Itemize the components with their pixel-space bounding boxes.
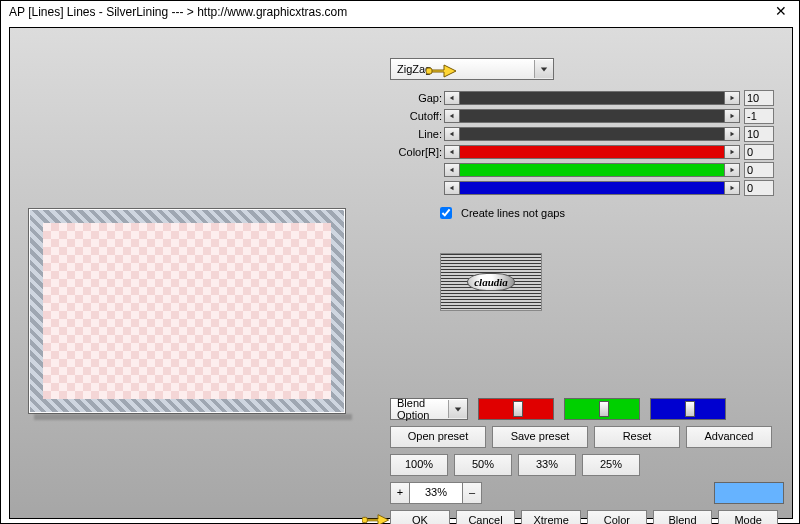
arrow-left-icon[interactable] [444,127,460,141]
arrow-left-icon[interactable] [444,145,460,159]
cutoff-label: Cutoff: [390,110,442,122]
svg-marker-14 [455,407,461,411]
color-r-label: Color[R]: [390,146,442,158]
svg-marker-13 [731,186,735,191]
save-preset-button[interactable]: Save preset [492,426,588,448]
arrow-left-icon[interactable] [444,181,460,195]
zoom-25-button[interactable]: 25% [582,454,640,476]
svg-marker-9 [731,150,735,155]
zoom-plus-button[interactable]: + [390,482,410,504]
svg-marker-0 [541,67,547,71]
window-title: AP [Lines] Lines - SilverLining --- > ht… [9,5,767,19]
branding-logo: claudia [440,253,542,311]
arrow-left-icon[interactable] [444,163,460,177]
blend-button[interactable]: Blend [653,510,713,524]
color-b-value[interactable]: 0 [744,180,774,196]
svg-marker-5 [731,114,735,119]
arrow-left-icon[interactable] [444,91,460,105]
arrow-right-icon[interactable] [724,109,740,123]
color-r-slider[interactable] [444,145,740,159]
color-button[interactable]: Color [587,510,647,524]
svg-marker-10 [450,168,454,173]
gap-label: Gap: [390,92,442,104]
close-button[interactable]: ✕ [767,3,795,21]
line-slider[interactable] [444,127,740,141]
open-preset-button[interactable]: Open preset [390,426,486,448]
branding-text: claudia [467,273,515,291]
color-g-slider[interactable] [444,163,740,177]
line-value[interactable]: 10 [744,126,774,142]
chevron-down-icon [534,60,553,78]
line-label: Line: [390,128,442,140]
color-b-slider[interactable] [444,181,740,195]
svg-marker-12 [450,186,454,191]
cutoff-slider[interactable] [444,109,740,123]
color-swatch[interactable] [714,482,784,504]
arrow-right-icon[interactable] [724,91,740,105]
gap-slider[interactable] [444,91,740,105]
arrow-left-icon[interactable] [444,109,460,123]
color-g-value[interactable]: 0 [744,162,774,178]
tint-b-slider[interactable] [650,398,726,420]
zoom-stepper[interactable]: + 33% – [390,483,482,503]
svg-marker-11 [731,168,735,173]
zoom-50-button[interactable]: 50% [454,454,512,476]
parameters-panel: ZigZag Gap: 1 [390,58,784,222]
svg-rect-15 [362,517,367,522]
reset-button[interactable]: Reset [594,426,680,448]
arrow-right-icon[interactable] [724,145,740,159]
gap-value[interactable]: 10 [744,90,774,106]
tint-r-slider[interactable] [478,398,554,420]
chevron-down-icon [448,400,467,418]
titlebar: AP [Lines] Lines - SilverLining --- > ht… [1,1,799,23]
arrow-right-icon[interactable] [724,163,740,177]
create-lines-checkbox[interactable]: Create lines not gaps [436,204,784,222]
svg-marker-2 [450,96,454,101]
cancel-button[interactable]: Cancel [456,510,516,524]
svg-marker-8 [450,150,454,155]
bottom-controls: Blend Option Open preset Save preset Res… [390,398,784,524]
plugin-window: AP [Lines] Lines - SilverLining --- > ht… [0,0,800,524]
create-lines-checkbox-input[interactable] [440,207,452,219]
preview-panel [28,208,346,414]
arrow-right-icon[interactable] [724,127,740,141]
blend-option-dropdown[interactable]: Blend Option [390,398,468,420]
zoom-value[interactable]: 33% [410,482,462,504]
svg-marker-6 [450,132,454,137]
tint-g-slider[interactable] [564,398,640,420]
svg-marker-3 [731,96,735,101]
preset-dropdown[interactable]: ZigZag [390,58,554,80]
zoom-minus-button[interactable]: – [462,482,482,504]
cutoff-value[interactable]: -1 [744,108,774,124]
arrow-right-icon[interactable] [724,181,740,195]
advanced-button[interactable]: Advanced [686,426,772,448]
preset-dropdown-label: ZigZag [391,63,534,75]
zoom-100-button[interactable]: 100% [390,454,448,476]
zoom-33-button[interactable]: 33% [518,454,576,476]
mode-button[interactable]: Mode [718,510,778,524]
client-area: ZigZag Gap: 1 [9,27,793,519]
xtreme-button[interactable]: Xtreme [521,510,581,524]
blend-option-label: Blend Option [391,397,448,421]
color-r-value[interactable]: 0 [744,144,774,160]
svg-marker-7 [731,132,735,137]
sliders: Gap: 10 Cutoff: -1 [390,90,784,196]
svg-marker-4 [450,114,454,119]
create-lines-label: Create lines not gaps [461,207,565,219]
ok-button[interactable]: OK [390,510,450,524]
